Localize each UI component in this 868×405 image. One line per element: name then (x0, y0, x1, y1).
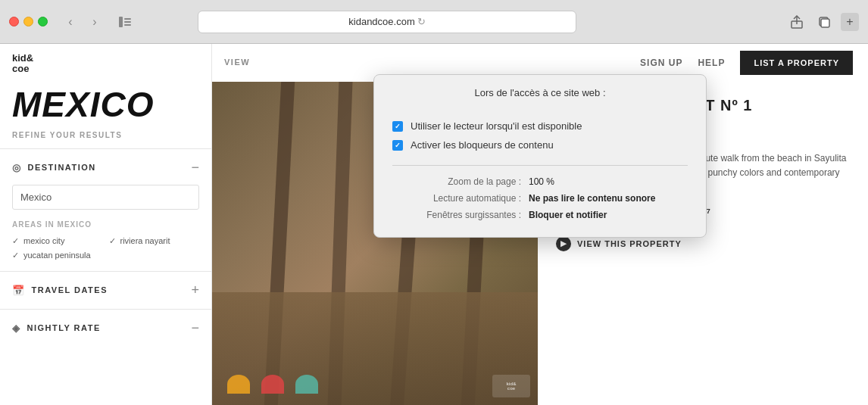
browser-chrome: ‹ › kidandcoe.com ↻ + (0, 0, 868, 44)
new-tab-button[interactable]: + (841, 13, 859, 31)
share-button[interactable] (786, 11, 807, 33)
destination-filter: ◎ DESTINATION − AREAS IN MEXICO ✓ mexico… (0, 148, 211, 271)
popup-options: ✓ Utiliser le lecteur lorsqu'il est disp… (392, 109, 688, 162)
autoplay-key: Lecture automatique : (392, 193, 529, 204)
areas-section: AREAS IN MEXICO ✓ mexico city ✓ riviera … (12, 220, 199, 260)
nightly-rate-title: ◈ NIGHTLY RATE (12, 322, 101, 334)
forward-button[interactable]: › (84, 11, 105, 33)
areas-grid: ✓ mexico city ✓ riviera nayarit ✓ yucata… (12, 236, 199, 260)
minimize-button[interactable] (23, 17, 33, 26)
checkbox-content-blockers[interactable]: ✓ (392, 140, 403, 151)
fullscreen-button[interactable] (38, 17, 48, 26)
address-bar[interactable]: kidandcoe.com ↻ (198, 11, 576, 33)
svg-rect-3 (124, 24, 131, 26)
popup-setting-zoom: Zoom de la page : 100 % (392, 173, 688, 190)
check-icon: ✓ (12, 251, 19, 260)
nightly-rate-filter: ◈ NIGHTLY RATE − (0, 309, 211, 347)
svg-rect-2 (124, 21, 131, 23)
destination-filter-header[interactable]: ◎ DESTINATION − (12, 160, 199, 176)
watermark: kid& coe (492, 375, 530, 397)
popup-option-2[interactable]: ✓ Activer les bloqueurs de contenu (392, 136, 688, 154)
travel-dates-header[interactable]: 📅 TRAVEL DATES + (12, 282, 199, 298)
area-item-yucatan[interactable]: ✓ yucatan peninsula (12, 251, 103, 260)
svg-rect-0 (119, 17, 123, 27)
logo: kid& coe (12, 53, 33, 75)
popup-settings: Zoom de la page : 100 % Lecture automati… (392, 165, 688, 226)
rate-icon: ◈ (12, 322, 21, 334)
calendar-icon: 📅 (12, 285, 26, 296)
safari-popup: Lors de l'accès à ce site web : ✓ Utilis… (373, 74, 707, 238)
popup-option-1[interactable]: ✓ Utiliser le lecteur lorsqu'il est disp… (392, 117, 688, 136)
destination-toggle-icon[interactable]: − (191, 160, 199, 176)
page-content: kid& coe MEXICO REFINE YOUR RESULTS ◎ DE… (0, 44, 868, 405)
sidebar: kid& coe MEXICO REFINE YOUR RESULTS ◎ DE… (0, 44, 212, 405)
checkbox-reader[interactable]: ✓ (392, 121, 403, 132)
view-property-button[interactable]: ▶ VIEW THIS PROPERTY (556, 236, 850, 251)
popup-title: Lors de l'accès à ce site web : (392, 87, 688, 98)
site-logo: kid& coe (0, 44, 211, 81)
area-label: yucatan peninsula (23, 251, 91, 260)
travel-dates-title: 📅 TRAVEL DATES (12, 285, 108, 296)
nav-help[interactable]: HELP (698, 58, 725, 68)
svg-rect-1 (124, 18, 131, 20)
refine-label: REFINE YOUR RESULTS (0, 128, 211, 148)
chair-2 (261, 375, 284, 394)
area-label: mexico city (23, 236, 64, 245)
page-title: MEXICO (0, 81, 211, 128)
view-property-label: VIEW THIS PROPERTY (577, 239, 682, 248)
popup-setting-popups: Fenêtres surgissantes : Bloquer et notif… (392, 207, 688, 223)
watermark-text: kid& coe (506, 382, 516, 391)
areas-title: AREAS IN MEXICO (12, 220, 199, 229)
tabs-button[interactable] (813, 11, 835, 33)
nav-sign-up[interactable]: SIGN UP (640, 58, 682, 68)
travel-dates-filter: 📅 TRAVEL DATES + (0, 271, 211, 309)
area-label: riviera nayarit (120, 236, 170, 245)
option2-label: Activer les bloqueurs de contenu (411, 139, 554, 151)
browser-actions: + (786, 11, 859, 33)
sidebar-toggle-button[interactable] (114, 11, 136, 33)
check-icon: ✓ (12, 236, 19, 246)
view-btn-icon: ▶ (556, 236, 571, 251)
chair-1 (227, 375, 250, 394)
list-property-button[interactable]: LIST A PROPERTY (740, 51, 853, 75)
main-content: SIGN UP HELP LIST A PROPERTY (212, 44, 868, 405)
popups-value: Bloquer et notifier (529, 210, 607, 220)
destination-input[interactable] (12, 185, 199, 210)
autoplay-value: Ne pas lire le contenu sonore (529, 193, 655, 204)
refresh-icon[interactable]: ↻ (417, 16, 426, 27)
chair-3 (295, 375, 318, 394)
nav-buttons: ‹ › (60, 11, 105, 33)
chairs (227, 375, 318, 394)
popups-key: Fenêtres surgissantes : (392, 210, 529, 220)
area-item-riviera[interactable]: ✓ riviera nayarit (109, 236, 200, 246)
nightly-rate-toggle-icon[interactable]: − (191, 320, 199, 336)
popup-setting-autoplay: Lecture automatique : Ne pas lire le con… (392, 190, 688, 207)
url-text: kidandcoe.com (348, 16, 414, 27)
destination-filter-title: ◎ DESTINATION (12, 162, 96, 173)
close-button[interactable] (9, 17, 19, 26)
traffic-lights (9, 17, 48, 26)
svg-rect-7 (821, 19, 829, 27)
area-item-mexico-city[interactable]: ✓ mexico city (12, 236, 103, 246)
nightly-rate-header[interactable]: ◈ NIGHTLY RATE − (12, 320, 199, 336)
zoom-key: Zoom de la page : (392, 176, 529, 187)
destination-icon: ◎ (12, 162, 22, 173)
travel-dates-toggle-icon[interactable]: + (191, 282, 199, 298)
option1-label: Utiliser le lecteur lorsqu'il est dispon… (411, 120, 582, 132)
back-button[interactable]: ‹ (60, 11, 81, 33)
check-icon: ✓ (109, 236, 116, 246)
popup-content: Lors de l'accès à ce site web : ✓ Utilis… (374, 75, 706, 237)
zoom-value: 100 % (529, 176, 554, 187)
